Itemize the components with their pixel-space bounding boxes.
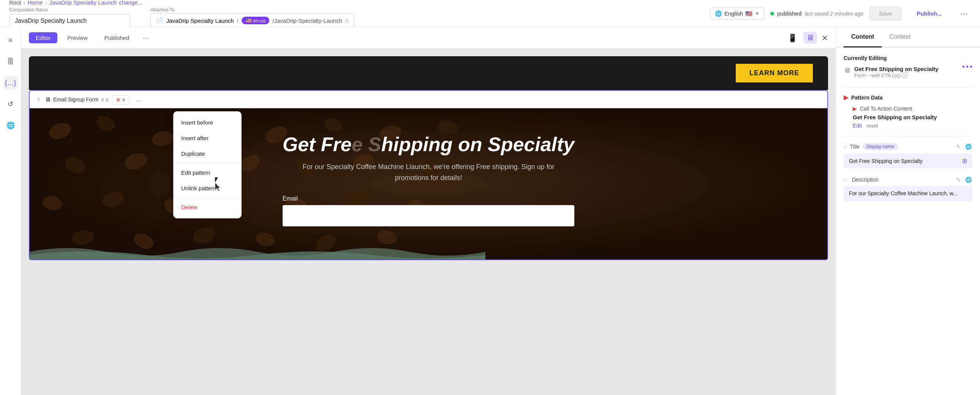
path-value: /JavaDrip-Specialty-Launch: [272, 18, 342, 24]
target-chevron: ∨: [122, 97, 126, 102]
learn-more-button[interactable]: LEARN MORE: [736, 64, 813, 83]
email-form-component: ↑ 🖥 Email Signup Form ∧ ∨ ⊕ ∨: [29, 90, 828, 260]
desc-field-edit-btn[interactable]: ✎: [955, 176, 961, 183]
sidebar-icon-db[interactable]: 🗄: [4, 55, 18, 68]
sidebar-icon-menu[interactable]: ≡: [4, 33, 18, 47]
save-button[interactable]: Save: [869, 7, 901, 20]
component-toolbar: ↑ 🖥 Email Signup Form ∧ ∨ ⊕ ∨: [29, 90, 828, 108]
language-selector[interactable]: 🌐 English 🇺🇸 ▼: [710, 8, 764, 20]
coffee-hero-section: Get Free Shipping on Specialty For our S…: [29, 108, 828, 260]
title-field-label: ◇ Title Display name: [844, 143, 898, 150]
pattern-data-header: ▶ Pattern Data: [844, 94, 972, 101]
coffee-hero-title: Get Free Shipping on Specialty: [283, 134, 575, 155]
published-status: published last saved 2 minutes ago: [770, 10, 863, 17]
right-tab-context[interactable]: Context: [881, 27, 918, 48]
publish-button[interactable]: Publish...: [907, 7, 951, 20]
composition-name-input[interactable]: [9, 14, 130, 28]
description-value-text: For our Specialty Coffee Machine Launch,…: [849, 190, 958, 198]
top-bar: Root › Home › JavaDrip Specialty Launch …: [0, 0, 980, 27]
comp-name-bar: 🖥 Email Signup Form ∧ ∨: [45, 96, 109, 103]
divider: [844, 88, 972, 88]
pattern-data-body: ▶ Call To Action Content Get Free Shippi…: [844, 105, 972, 129]
editor-toolbar-right: 📱 🖥 ✕: [786, 32, 828, 44]
field-diamond-icon: ◇: [844, 144, 847, 149]
editor-tab-more[interactable]: ⋯: [139, 32, 152, 44]
svg-point-24: [191, 225, 218, 247]
title-field-row: ◇ Title Display name ✎ 🌐 Get Free Shippi…: [844, 143, 972, 168]
divider-2: [844, 136, 972, 137]
editor-area: Editor Preview Published ⋯ 📱 🖥 ✕ LEARN M…: [21, 27, 836, 395]
menu-insert-before[interactable]: Insert before: [173, 115, 241, 130]
edit-link[interactable]: Edit: [853, 123, 862, 129]
title-copy-btn[interactable]: ⊞: [962, 157, 967, 164]
pattern-data-source: Call To Action Content: [860, 105, 912, 111]
composition-name-label: Composition Name: [9, 7, 130, 13]
title-value-text: Get Free Shipping on Specialty: [849, 158, 923, 164]
attached-to-section: Attached To 📄 JavaDrip Specialty Launch …: [150, 7, 355, 28]
svg-point-5: [323, 116, 345, 134]
locale-badge: 🇺🇸 en-us: [242, 17, 270, 24]
comp-nav-up-btn[interactable]: ↑: [36, 95, 42, 104]
description-field-actions: ✎ 🌐: [955, 176, 972, 183]
sidebar-icon-history[interactable]: ↺: [4, 97, 18, 111]
comp-chevron-down[interactable]: ∨: [105, 97, 109, 102]
copy-icon[interactable]: ⎘: [345, 18, 349, 24]
sidebar-icon-globe[interactable]: 🌐: [4, 118, 18, 132]
last-saved-text: last saved 2 minutes ago: [805, 11, 863, 17]
breadcrumb: Root › Home › JavaDrip Specialty Launch …: [9, 0, 355, 6]
title-field-globe-btn[interactable]: 🌐: [964, 143, 972, 150]
description-field-value: For our Specialty Coffee Machine Launch,…: [844, 186, 972, 201]
breadcrumb-home[interactable]: Home: [28, 0, 43, 6]
breadcrumb-root: Root: [9, 0, 21, 6]
editing-item-desktop-icon: 🖥: [844, 67, 851, 78]
breadcrumb-change[interactable]: change...: [119, 0, 142, 6]
description-field-header: ◇ Description ✎ 🌐: [844, 176, 972, 183]
pattern-data-links: Edit reset: [853, 123, 972, 129]
menu-edit-pattern[interactable]: Edit pattern: [173, 165, 241, 180]
canvas: LEARN MORE ↑ 🖥 Email Signup Form ∧ ∨: [29, 56, 828, 260]
currently-editing-item: 🖥 Get Free Shipping on Specialty Form – …: [844, 66, 972, 78]
desktop-device-btn[interactable]: 🖥: [803, 32, 817, 44]
comp-chevrons: ∧ ∨: [101, 97, 109, 102]
sidebar-icon-code[interactable]: {…}: [4, 76, 18, 90]
menu-duplicate[interactable]: Duplicate: [173, 146, 241, 161]
title-field-value: Get Free Shipping on Specialty ⊞: [844, 153, 972, 168]
breadcrumb-page[interactable]: JavaDrip Specialty Launch: [49, 0, 117, 6]
title-field-header: ◇ Title Display name ✎ 🌐: [844, 143, 972, 150]
comp-target-btn[interactable]: ⊕ ∨: [112, 95, 130, 104]
editing-item-more[interactable]: [962, 66, 972, 68]
svg-point-9: [123, 150, 149, 172]
svg-point-22: [71, 228, 95, 246]
comp-chevron-up[interactable]: ∧: [101, 97, 105, 102]
close-editor-btn[interactable]: ✕: [822, 33, 828, 43]
menu-insert-after[interactable]: Insert after: [173, 130, 241, 146]
comp-more-btn[interactable]: ...: [133, 95, 144, 104]
reset-link[interactable]: reset: [866, 123, 878, 129]
menu-delete[interactable]: Delete: [173, 199, 241, 215]
right-tab-content[interactable]: Content: [844, 27, 881, 48]
editing-item-title: Get Free Shipping on Specialty: [854, 66, 939, 72]
topbar-more-button[interactable]: ⋯: [957, 8, 971, 20]
comp-desktop-icon: 🖥: [45, 96, 51, 103]
top-bar-right: 🌐 English 🇺🇸 ▼ published last saved 2 mi…: [710, 7, 971, 20]
menu-unlink-pattern[interactable]: Unlink pattern: [173, 180, 241, 196]
title-display-badge: Display name: [862, 143, 898, 150]
svg-point-15: [41, 194, 64, 212]
email-input-bar[interactable]: [283, 205, 575, 226]
attached-to-label: Attached To: [150, 7, 355, 13]
mobile-device-btn[interactable]: 📱: [786, 32, 799, 44]
description-field-row: ◇ Description ✎ 🌐 For our Specialty Coff…: [844, 176, 972, 201]
tab-preview[interactable]: Preview: [60, 32, 94, 43]
context-menu: Insert before Insert after Duplicate Edi…: [173, 111, 242, 218]
tab-editor[interactable]: Editor: [29, 32, 57, 43]
coffee-content: Get Free Shipping on Specialty For our S…: [283, 134, 575, 227]
title-field-edit-btn[interactable]: ✎: [955, 143, 961, 150]
pattern-data-icon: ▶: [844, 94, 848, 101]
svg-point-27: [375, 229, 397, 246]
tab-published[interactable]: Published: [98, 32, 136, 43]
coffee-hero-subtitle: For our Specialty Coffee Machine Llaunch…: [283, 161, 575, 183]
info-icon[interactable]: i: [902, 72, 908, 78]
desc-field-globe-btn[interactable]: 🌐: [964, 176, 972, 183]
locale-text: en-us: [253, 18, 266, 24]
pattern-source-icon: ▶: [853, 105, 857, 111]
